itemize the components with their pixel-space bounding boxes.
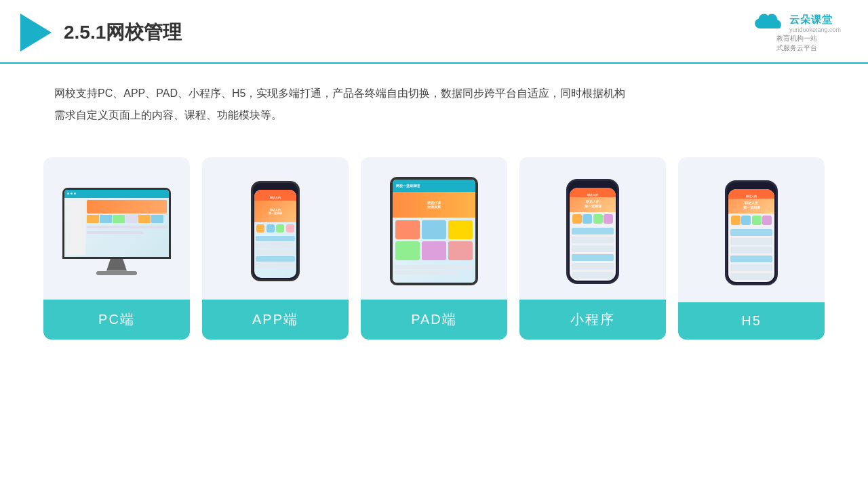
- card-miniprogram-label: 小程序: [519, 300, 666, 340]
- card-pad-label: PAD端: [361, 300, 507, 340]
- card-app-image: 职达人的 职达人的第一堂刷课: [202, 157, 349, 300]
- card-h5: 职达人的 职达人的第一堂刷课: [678, 157, 825, 340]
- pad-tablet-icon: 网校一堂刷课理 精选好课全面发展: [390, 177, 478, 285]
- cards-container: PC端 职达人的 职达人的第一堂刷课: [0, 133, 868, 340]
- card-pc-label: PC端: [43, 300, 190, 340]
- card-pc-image: [43, 157, 190, 300]
- logo-triangle-icon: [20, 14, 52, 52]
- brand-slogan: 教育机构一站 式服务云平台: [776, 34, 817, 53]
- h5-phone-icon: 职达人的 职达人的第一堂刷课: [725, 180, 778, 285]
- pc-monitor-icon: [62, 188, 171, 275]
- page-header: 2.5.1网校管理 云朵课堂 yunduoketang.com 教育机构一站 式…: [0, 0, 868, 64]
- card-pad: 网校一堂刷课理 精选好课全面发展: [361, 157, 507, 340]
- page-title: 2.5.1网校管理: [64, 20, 182, 45]
- card-miniprogram: 职达人的 职达人的第一堂刷课: [519, 157, 666, 340]
- app-phone-icon: 职达人的 职达人的第一堂刷课: [251, 181, 300, 281]
- miniprogram-phone-icon: 职达人的 职达人的第一堂刷课: [566, 179, 619, 284]
- card-app-label: APP端: [202, 300, 349, 340]
- brand-logo: 云朵课堂 yunduoketang.com 教育机构一站 式服务云平台: [753, 12, 841, 53]
- description-line1: 网校支持PC、APP、PAD、小程序、H5，实现多端打通，产品各终端自由切换，数…: [54, 83, 814, 104]
- cloud-icon-area: 云朵课堂 yunduoketang.com: [753, 12, 841, 34]
- description-line2: 需求自定义页面上的内容、课程、功能模块等。: [54, 104, 814, 126]
- card-pad-image: 网校一堂刷课理 精选好课全面发展: [361, 157, 507, 300]
- card-h5-image: 职达人的 职达人的第一堂刷课: [678, 157, 825, 302]
- header-left: 2.5.1网校管理: [20, 14, 182, 52]
- card-miniprogram-image: 职达人的 职达人的第一堂刷课: [519, 157, 666, 300]
- cloud-svg-icon: [753, 12, 785, 34]
- card-h5-label: H5: [678, 302, 825, 340]
- brand-name-text: 云朵课堂 yunduoketang.com: [789, 14, 841, 33]
- description-text: 网校支持PC、APP、PAD、小程序、H5，实现多端打通，产品各终端自由切换，数…: [0, 64, 868, 126]
- card-pc: PC端: [43, 157, 190, 340]
- card-app: 职达人的 职达人的第一堂刷课: [202, 157, 349, 340]
